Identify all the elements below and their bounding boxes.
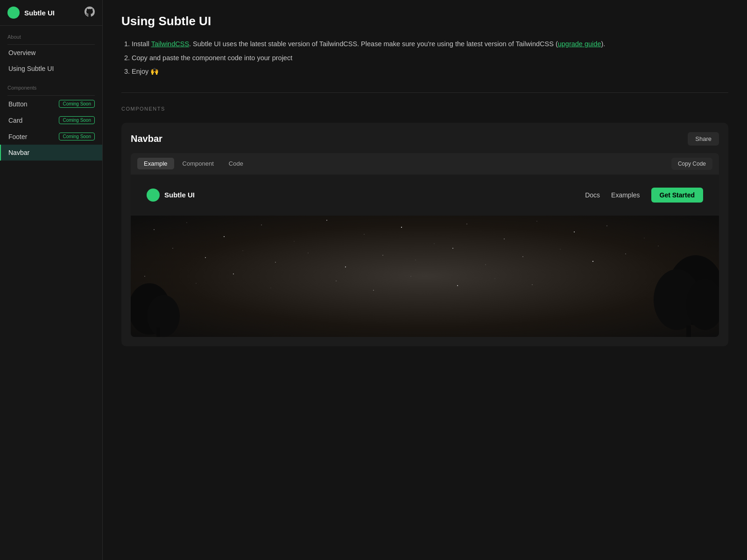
sidebar-item-card-label: Card xyxy=(8,117,22,124)
svg-point-27 xyxy=(592,261,593,262)
sidebar-about-section: About xyxy=(0,26,102,44)
svg-point-0 xyxy=(154,229,155,230)
tab-code[interactable]: Code xyxy=(222,158,250,169)
instruction-2: Copy and paste the component code into y… xyxy=(132,52,728,65)
demo-navbar: Subtle UI Docs Examples Get Started xyxy=(138,182,712,208)
preview-area: Subtle UI Docs Examples Get Started xyxy=(131,175,719,337)
sidebar-item-using-label: Using Subtle UI xyxy=(8,65,54,72)
svg-rect-46 xyxy=(686,325,691,337)
svg-point-11 xyxy=(536,221,537,221)
components-section-heading: COMPONENTS xyxy=(121,106,728,112)
svg-point-36 xyxy=(410,276,411,276)
tree-right xyxy=(635,253,719,337)
sidebar-item-button-label: Button xyxy=(8,100,27,108)
svg-point-39 xyxy=(532,284,532,285)
svg-point-22 xyxy=(416,259,416,260)
svg-point-13 xyxy=(606,225,607,226)
stars-svg xyxy=(131,216,719,337)
svg-point-31 xyxy=(196,283,196,283)
instructions: Install TailwindCSS. Subtle UI uses the … xyxy=(121,38,728,78)
about-section-label: About xyxy=(7,34,95,40)
svg-point-6 xyxy=(364,234,364,234)
tabs-bar: Example Component Code Copy Code xyxy=(131,153,719,175)
svg-point-23 xyxy=(452,248,453,249)
footer-coming-soon-badge: Coming Soon xyxy=(59,133,95,140)
sidebar-logo: Subtle UI xyxy=(7,7,55,19)
starry-background xyxy=(131,216,719,337)
navbar-component-card: Navbar Share Example Component Code Copy… xyxy=(121,123,728,346)
svg-point-8 xyxy=(434,243,435,244)
svg-rect-42 xyxy=(156,328,160,337)
card-coming-soon-badge: Coming Soon xyxy=(59,116,95,124)
svg-point-29 xyxy=(658,245,658,246)
sidebar-item-card[interactable]: Card Coming Soon xyxy=(0,112,102,128)
svg-point-30 xyxy=(144,276,145,277)
demo-brand: Subtle UI xyxy=(164,191,195,199)
github-icon[interactable] xyxy=(85,7,95,19)
svg-point-15 xyxy=(172,248,173,248)
tab-example[interactable]: Example xyxy=(137,158,174,169)
demo-nav-examples[interactable]: Examples xyxy=(611,191,640,199)
tailwindcss-link[interactable]: TailwindCSS xyxy=(151,40,189,48)
logo-circle xyxy=(7,7,20,19)
sidebar-item-overview[interactable]: Overview xyxy=(0,45,102,61)
tree-left xyxy=(131,281,187,337)
demo-logo-circle xyxy=(147,189,160,202)
svg-point-7 xyxy=(401,227,402,228)
copy-code-button[interactable]: Copy Code xyxy=(671,158,712,170)
svg-point-14 xyxy=(644,238,645,238)
svg-point-20 xyxy=(345,266,346,267)
tabs-left: Example Component Code xyxy=(137,158,250,169)
sidebar-item-overview-label: Overview xyxy=(8,49,35,56)
svg-point-9 xyxy=(466,224,467,224)
instruction-3: Enjoy 🙌 xyxy=(132,65,728,78)
sidebar-header: Subtle UI xyxy=(0,0,102,26)
sidebar-item-footer[interactable]: Footer Coming Soon xyxy=(0,128,102,145)
tab-component[interactable]: Component xyxy=(176,158,220,169)
component-card-title: Navbar xyxy=(131,133,162,144)
svg-point-28 xyxy=(625,253,626,254)
share-button[interactable]: Share xyxy=(688,132,719,146)
demo-nav-links: Docs Examples Get Started xyxy=(585,188,703,203)
svg-point-18 xyxy=(275,262,276,263)
svg-point-3 xyxy=(261,224,261,225)
svg-point-37 xyxy=(457,285,458,286)
sidebar-item-navbar[interactable]: Navbar xyxy=(0,145,102,161)
sidebar-item-navbar-label: Navbar xyxy=(8,149,29,156)
instruction-1: Install TailwindCSS. Subtle UI uses the … xyxy=(132,38,728,51)
svg-point-10 xyxy=(504,238,505,239)
svg-point-33 xyxy=(271,287,271,288)
svg-point-34 xyxy=(336,280,336,281)
svg-point-38 xyxy=(495,278,495,279)
main-content: Using Subtle UI Install TailwindCSS. Sub… xyxy=(103,0,747,560)
svg-point-12 xyxy=(574,231,575,232)
svg-point-24 xyxy=(485,264,486,265)
svg-point-21 xyxy=(382,255,383,255)
section-divider xyxy=(121,92,728,93)
sidebar-components-section: Components xyxy=(0,77,102,95)
components-section-label: Components xyxy=(7,85,95,91)
svg-point-17 xyxy=(243,250,243,251)
sidebar-item-button[interactable]: Button Coming Soon xyxy=(0,96,102,112)
button-coming-soon-badge: Coming Soon xyxy=(59,100,95,108)
sidebar-item-using[interactable]: Using Subtle UI xyxy=(0,61,102,77)
svg-point-5 xyxy=(326,220,327,221)
svg-point-2 xyxy=(224,236,225,237)
svg-point-35 xyxy=(373,290,374,291)
page-title: Using Subtle UI xyxy=(121,14,728,28)
sidebar-item-footer-label: Footer xyxy=(8,133,27,140)
svg-point-16 xyxy=(205,257,206,258)
svg-point-25 xyxy=(522,256,523,257)
svg-point-1 xyxy=(186,222,187,223)
sidebar-title: Subtle UI xyxy=(24,9,55,17)
svg-point-4 xyxy=(294,241,295,241)
svg-point-26 xyxy=(560,249,561,249)
sidebar: Subtle UI About Overview Using Subtle UI… xyxy=(0,0,103,560)
upgrade-guide-link[interactable]: upgrade guide xyxy=(558,40,601,48)
svg-point-19 xyxy=(308,252,308,253)
starry-bg-inner xyxy=(131,216,719,337)
svg-point-41 xyxy=(147,295,180,337)
svg-point-32 xyxy=(233,273,234,274)
demo-nav-docs[interactable]: Docs xyxy=(585,191,600,199)
demo-cta-button[interactable]: Get Started xyxy=(651,188,703,203)
